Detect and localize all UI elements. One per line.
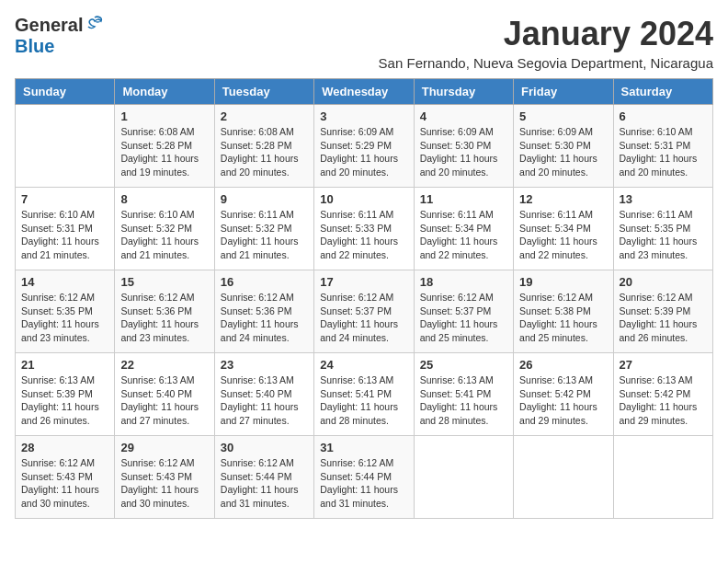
day-number: 13: [620, 192, 707, 206]
col-header-monday: Monday: [115, 79, 214, 105]
calendar-cell: 14 Sunrise: 6:12 AMSunset: 5:35 PMDaylig…: [16, 270, 115, 353]
day-number: 12: [519, 192, 607, 206]
day-detail: Sunrise: 6:11 AMSunset: 5:32 PMDaylight:…: [221, 208, 308, 262]
col-header-friday: Friday: [514, 79, 613, 105]
col-header-saturday: Saturday: [613, 79, 712, 105]
day-detail: Sunrise: 6:12 AMSunset: 5:35 PMDaylight:…: [21, 291, 108, 345]
day-detail: Sunrise: 6:11 AMSunset: 5:34 PMDaylight:…: [519, 208, 607, 262]
logo-general-text: General: [15, 15, 83, 36]
calendar-week-3: 14 Sunrise: 6:12 AMSunset: 5:35 PMDaylig…: [16, 270, 713, 353]
day-number: 27: [620, 358, 707, 372]
day-number: 23: [221, 358, 308, 372]
logo-blue-text: Blue: [15, 36, 54, 56]
day-number: 24: [320, 358, 407, 372]
day-number: 31: [320, 441, 407, 454]
calendar-week-2: 7 Sunrise: 6:10 AMSunset: 5:31 PMDayligh…: [16, 188, 713, 270]
calendar-cell: 11 Sunrise: 6:11 AMSunset: 5:34 PMDaylig…: [414, 188, 513, 270]
calendar-cell: 25 Sunrise: 6:13 AMSunset: 5:41 PMDaylig…: [414, 353, 513, 436]
day-number: 3: [320, 109, 407, 123]
location-subtitle: San Fernando, Nueva Segovia Department, …: [379, 55, 713, 71]
calendar-cell: [613, 436, 712, 519]
calendar-cell: 5 Sunrise: 6:09 AMSunset: 5:30 PMDayligh…: [514, 105, 613, 188]
calendar-cell: 9 Sunrise: 6:11 AMSunset: 5:32 PMDayligh…: [214, 188, 313, 270]
day-detail: Sunrise: 6:12 AMSunset: 5:37 PMDaylight:…: [320, 291, 407, 345]
day-detail: Sunrise: 6:10 AMSunset: 5:31 PMDaylight:…: [620, 125, 707, 179]
day-number: 8: [120, 192, 208, 206]
day-detail: Sunrise: 6:09 AMSunset: 5:29 PMDaylight:…: [320, 125, 407, 179]
calendar-cell: [414, 436, 513, 519]
day-detail: Sunrise: 6:12 AMSunset: 5:37 PMDaylight:…: [420, 291, 507, 345]
calendar-cell: 18 Sunrise: 6:12 AMSunset: 5:37 PMDaylig…: [414, 270, 513, 353]
col-header-thursday: Thursday: [414, 79, 513, 105]
calendar-cell: 7 Sunrise: 6:10 AMSunset: 5:31 PMDayligh…: [16, 188, 115, 270]
calendar-cell: 8 Sunrise: 6:10 AMSunset: 5:32 PMDayligh…: [115, 188, 214, 270]
calendar-cell: [514, 436, 613, 519]
calendar-cell: 23 Sunrise: 6:13 AMSunset: 5:40 PMDaylig…: [214, 353, 313, 436]
calendar-cell: [16, 105, 115, 188]
day-detail: Sunrise: 6:12 AMSunset: 5:36 PMDaylight:…: [120, 291, 208, 345]
calendar-week-1: 1 Sunrise: 6:08 AMSunset: 5:28 PMDayligh…: [16, 105, 713, 188]
day-number: 29: [120, 441, 208, 454]
day-detail: Sunrise: 6:11 AMSunset: 5:33 PMDaylight:…: [320, 208, 407, 262]
calendar-week-5: 28 Sunrise: 6:12 AMSunset: 5:43 PMDaylig…: [16, 436, 713, 519]
day-number: 14: [21, 275, 108, 289]
day-detail: Sunrise: 6:13 AMSunset: 5:40 PMDaylight:…: [221, 373, 308, 428]
day-number: 19: [519, 275, 607, 289]
calendar-week-4: 21 Sunrise: 6:13 AMSunset: 5:39 PMDaylig…: [16, 353, 713, 436]
day-number: 11: [420, 192, 507, 206]
day-detail: Sunrise: 6:13 AMSunset: 5:39 PMDaylight:…: [21, 373, 108, 428]
calendar-cell: 13 Sunrise: 6:11 AMSunset: 5:35 PMDaylig…: [613, 188, 712, 270]
calendar-cell: 29 Sunrise: 6:12 AMSunset: 5:43 PMDaylig…: [115, 436, 214, 519]
calendar-cell: 10 Sunrise: 6:11 AMSunset: 5:33 PMDaylig…: [314, 188, 414, 270]
calendar-cell: 12 Sunrise: 6:11 AMSunset: 5:34 PMDaylig…: [514, 188, 613, 270]
day-number: 17: [320, 275, 407, 289]
day-detail: Sunrise: 6:08 AMSunset: 5:28 PMDaylight:…: [120, 125, 208, 179]
day-number: 9: [221, 192, 308, 206]
day-number: 6: [620, 109, 707, 123]
day-number: 20: [620, 275, 707, 289]
day-number: 25: [420, 358, 507, 372]
calendar-table: SundayMondayTuesdayWednesdayThursdayFrid…: [15, 78, 713, 519]
day-number: 22: [120, 358, 208, 372]
calendar-cell: 19 Sunrise: 6:12 AMSunset: 5:38 PMDaylig…: [514, 270, 613, 353]
calendar-cell: 31 Sunrise: 6:12 AMSunset: 5:44 PMDaylig…: [314, 436, 414, 519]
day-detail: Sunrise: 6:13 AMSunset: 5:42 PMDaylight:…: [620, 373, 707, 428]
day-detail: Sunrise: 6:13 AMSunset: 5:41 PMDaylight:…: [420, 373, 507, 428]
day-number: 4: [420, 109, 507, 123]
day-detail: Sunrise: 6:13 AMSunset: 5:42 PMDaylight:…: [519, 373, 607, 428]
day-detail: Sunrise: 6:09 AMSunset: 5:30 PMDaylight:…: [519, 125, 607, 179]
day-detail: Sunrise: 6:09 AMSunset: 5:30 PMDaylight:…: [420, 125, 507, 179]
calendar-cell: 22 Sunrise: 6:13 AMSunset: 5:40 PMDaylig…: [115, 353, 214, 436]
col-header-wednesday: Wednesday: [314, 79, 414, 105]
day-detail: Sunrise: 6:08 AMSunset: 5:28 PMDaylight:…: [221, 125, 308, 179]
day-detail: Sunrise: 6:10 AMSunset: 5:32 PMDaylight:…: [120, 208, 208, 262]
day-detail: Sunrise: 6:12 AMSunset: 5:38 PMDaylight:…: [519, 291, 607, 345]
title-area: January 2024 San Fernando, Nueva Segovia…: [379, 15, 713, 71]
calendar-cell: 20 Sunrise: 6:12 AMSunset: 5:39 PMDaylig…: [613, 270, 712, 353]
calendar-cell: 2 Sunrise: 6:08 AMSunset: 5:28 PMDayligh…: [214, 105, 313, 188]
day-detail: Sunrise: 6:12 AMSunset: 5:43 PMDaylight:…: [120, 456, 208, 511]
calendar-header-row: SundayMondayTuesdayWednesdayThursdayFrid…: [16, 79, 713, 105]
day-number: 5: [519, 109, 607, 123]
col-header-tuesday: Tuesday: [214, 79, 313, 105]
logo: General Blue: [15, 15, 105, 57]
day-detail: Sunrise: 6:13 AMSunset: 5:40 PMDaylight:…: [120, 373, 208, 428]
calendar-cell: 28 Sunrise: 6:12 AMSunset: 5:43 PMDaylig…: [16, 436, 115, 519]
day-number: 15: [120, 275, 208, 289]
page-header: General Blue January 2024 San Fernando, …: [15, 15, 713, 71]
day-number: 21: [21, 358, 108, 372]
day-detail: Sunrise: 6:12 AMSunset: 5:43 PMDaylight:…: [21, 456, 108, 511]
day-detail: Sunrise: 6:12 AMSunset: 5:36 PMDaylight:…: [221, 291, 308, 345]
calendar-cell: 27 Sunrise: 6:13 AMSunset: 5:42 PMDaylig…: [613, 353, 712, 436]
day-number: 28: [21, 441, 108, 454]
day-number: 18: [420, 275, 507, 289]
calendar-cell: 3 Sunrise: 6:09 AMSunset: 5:29 PMDayligh…: [314, 105, 414, 188]
day-number: 16: [221, 275, 308, 289]
day-number: 2: [221, 109, 308, 123]
month-title: January 2024: [379, 15, 713, 53]
calendar-cell: 15 Sunrise: 6:12 AMSunset: 5:36 PMDaylig…: [115, 270, 214, 353]
day-number: 10: [320, 192, 407, 206]
day-number: 26: [519, 358, 607, 372]
day-detail: Sunrise: 6:12 AMSunset: 5:39 PMDaylight:…: [620, 291, 707, 345]
calendar-cell: 6 Sunrise: 6:10 AMSunset: 5:31 PMDayligh…: [613, 105, 712, 188]
